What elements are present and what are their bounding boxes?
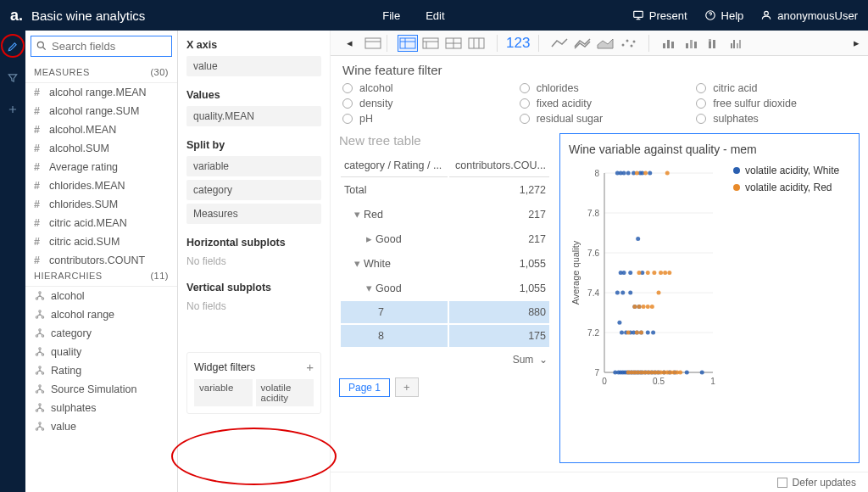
measure-item[interactable]: #citric acid.SUM [25,232,177,251]
menu-edit[interactable]: Edit [426,9,444,22]
menu-file[interactable]: File [382,9,400,22]
bar-chart-icon-1[interactable] [659,35,680,52]
hierarchy-item[interactable]: alcohol [25,287,177,305]
measure-item[interactable]: #alcohol.SUM [25,139,177,158]
svg-point-19 [39,385,41,387]
present-button[interactable]: Present [632,9,687,22]
table-icon-1[interactable] [363,35,383,52]
measures-header[interactable]: MEASURES (30) [25,62,177,83]
table-row[interactable]: ▾Red217 [341,203,549,226]
vsub-label: Vertical subplots [186,282,321,294]
tree-title[interactable]: New tree table [339,133,551,148]
hierarchy-item[interactable]: category [25,324,177,343]
area-chart-icon[interactable] [595,35,615,52]
bar-chart-icon-4[interactable] [728,35,748,52]
wf-tag-value[interactable]: volatile acidity [256,379,314,406]
filter-option[interactable]: pH [342,113,503,125]
xaxis-value[interactable]: value [186,56,321,76]
measure-item[interactable]: #alcohol range.SUM [25,102,177,120]
table-row[interactable]: ▾White1,055 [341,252,549,275]
hierarchies-header[interactable]: HIERARCHIES (11) [25,266,177,287]
hierarchy-item[interactable]: Source Simulation [25,380,177,399]
measure-item[interactable]: #citric acid.MEAN [25,214,177,232]
legend-item[interactable]: volatile acidity, White [733,165,839,176]
search-input[interactable] [31,36,172,57]
table-row[interactable]: ▾Good1,055 [341,277,549,299]
defer-label: Defer updates [793,477,856,489]
help-button[interactable]: Help [704,9,744,22]
hsub-empty[interactable]: No fields [186,254,321,269]
svg-rect-36 [423,38,438,48]
filter-option[interactable]: free sulfur dioxide [696,98,856,109]
back-icon[interactable]: ◂ [339,35,359,52]
table-row[interactable]: 7880 [341,301,549,323]
filter-option[interactable]: residual sugar [520,113,680,125]
page-1-button[interactable]: Page 1 [339,378,390,397]
svg-point-93 [636,237,640,241]
bar-chart-icon-3[interactable] [705,35,726,52]
hierarchy-item[interactable]: quality [25,343,177,361]
table-row[interactable]: ▸Good217 [341,227,549,250]
measure-item[interactable]: #alcohol range.MEAN [25,83,177,102]
filter-option[interactable]: fixed acidity [520,98,680,109]
monitor-icon [632,9,644,21]
toolbar-next-icon[interactable]: ▸ [854,36,860,49]
page-add-button[interactable]: + [395,377,419,397]
table-row[interactable]: Total1,272 [341,179,549,201]
measure-item[interactable]: #alcohol.MEAN [25,120,177,139]
hierarchy-icon [34,327,46,339]
tree-agg[interactable]: Sum ⌄ [513,354,548,366]
filter-option[interactable]: density [342,98,503,109]
measure-item[interactable]: #contributors.COUNT [25,251,177,266]
tree-col-2[interactable]: contributors.COU... [449,154,549,177]
legend-item[interactable]: volatile acidity, Red [733,182,839,193]
hierarchy-item[interactable]: alcohol range [25,305,177,324]
kpi-icon[interactable]: 123 [501,35,535,52]
hierarchy-item[interactable]: variable [25,436,177,439]
plus-rail-icon[interactable] [7,103,19,118]
filter-rail-icon[interactable] [7,72,19,87]
tree-col-1[interactable]: category / Rating / ... [341,154,448,177]
pivot-icon[interactable] [443,35,464,52]
filter-option[interactable]: citric acid [696,82,856,94]
measure-item[interactable]: #chlorides.SUM [25,195,177,214]
svg-point-22 [39,404,41,405]
tree-table-icon[interactable] [420,35,441,52]
bar-chart-icon-2[interactable] [682,35,703,52]
measure-item[interactable]: #chlorides.MEAN [25,176,177,195]
widget-filters-add-icon[interactable]: + [306,360,314,374]
vsub-empty[interactable]: No fields [186,299,321,314]
svg-text:7: 7 [594,368,599,377]
hierarchy-item[interactable]: Rating [25,361,177,380]
hierarchy-item[interactable]: sulphates [25,399,177,417]
line-chart-icon-1[interactable] [549,35,570,52]
chevron-icon[interactable]: ▾ [354,209,360,221]
filter-option[interactable]: chlorides [520,82,680,94]
values-value[interactable]: quality.MEAN [186,106,321,126]
defer-checkbox[interactable] [777,478,787,488]
svg-point-11 [36,335,37,337]
hash-icon: # [34,217,44,229]
hierarchy-item[interactable]: value [25,417,177,436]
scatter-chart-icon[interactable] [618,35,638,52]
user-menu[interactable]: anonymousUser [760,9,858,22]
line-chart-icon-2[interactable] [572,35,593,52]
chevron-icon[interactable]: ▸ [366,233,372,245]
table-icon-2[interactable] [398,35,418,52]
measure-item[interactable]: #Average rating [25,158,177,176]
chevron-icon[interactable]: ▾ [354,258,360,270]
split-v3[interactable]: Measures [186,204,321,224]
chevron-icon[interactable]: ▾ [366,282,372,294]
grid-icon[interactable] [466,35,487,52]
svg-rect-54 [690,40,693,48]
split-v2[interactable]: category [186,180,321,200]
chart-pane[interactable]: Wine variable against quality - mem 77.2… [559,133,860,463]
radio-icon [520,98,530,109]
split-v1[interactable]: variable [186,156,321,176]
filter-option[interactable]: sulphates [696,113,856,125]
svg-point-3 [37,42,43,48]
hierarchy-icon [34,402,46,414]
wf-tag-variable[interactable]: variable [194,379,253,406]
filter-option[interactable]: alcohol [342,82,503,94]
table-row[interactable]: 8175 [341,325,549,347]
